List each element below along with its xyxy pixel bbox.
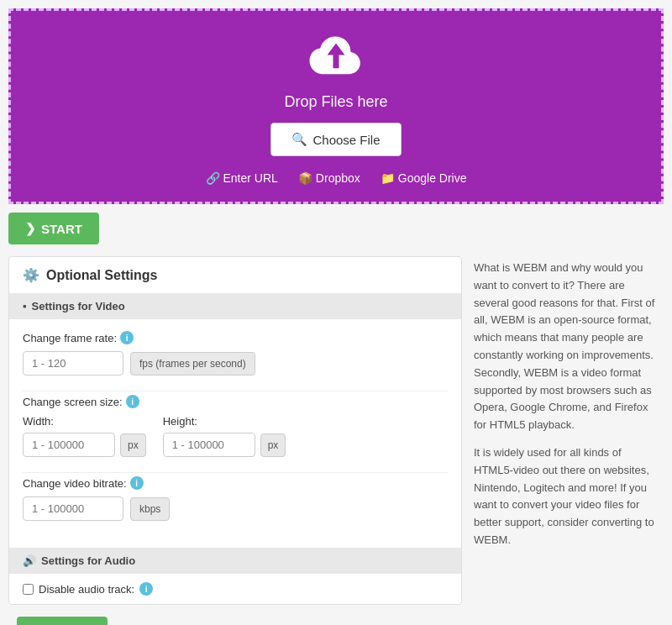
gear-icon: ⚙️ [23,267,39,283]
screen-size-group: Change screen size: i Width: px Height: [23,395,448,457]
video-section-body: Change frame rate: i fps (frames per sec… [9,319,461,548]
dropbox-link[interactable]: 📦 Dropbox [298,171,360,185]
search-icon: 🔍 [291,132,307,147]
choose-file-button[interactable]: 🔍 Choose File [270,123,401,156]
audio-section-header: 🔊 Settings for Audio [9,548,461,574]
choose-file-label: Choose File [312,133,380,147]
bottom-start-container: ❯ START [8,617,664,625]
drop-zone[interactable]: Drop Files here 🔍 Choose File 🔗 Enter UR… [8,8,664,204]
video-icon: ▪️ [23,300,27,312]
bitrate-label: Change video bitrate: i [23,476,448,490]
height-unit: px [260,433,286,457]
disable-audio-row: Disable audio track: i [9,574,461,604]
screen-size-info-icon[interactable]: i [126,395,139,408]
screen-size-label: Change screen size: i [23,395,448,408]
start-button-top[interactable]: ❯ START [8,213,99,244]
chevron-icon: ❯ [25,221,36,236]
height-input-row: px [163,433,286,457]
video-section-header: ▪️ Settings for Video [9,293,461,319]
info-paragraph-1: What is WEBM and why would you want to c… [474,260,660,434]
dropbox-icon: 📦 [298,171,312,185]
bitrate-unit: kbps [130,497,170,521]
width-input[interactable] [23,433,115,457]
file-links-row: 🔗 Enter URL 📦 Dropbox 📁 Google Drive [206,171,467,185]
info-panel: What is WEBM and why would you want to c… [470,256,664,605]
screen-size-row: Width: px Height: px [23,415,448,457]
main-content: ⚙️ Optional Settings ▪️ Settings for Vid… [8,256,664,605]
settings-panel: ⚙️ Optional Settings ▪️ Settings for Vid… [8,256,462,605]
width-input-row: px [23,433,146,457]
bitrate-group: Change video bitrate: i kbps [23,476,448,521]
enter-url-link[interactable]: 🔗 Enter URL [206,171,278,185]
divider-1 [23,391,448,391]
info-paragraph-2: It is widely used for all kinds of HTML5… [474,444,660,549]
disable-audio-checkbox[interactable] [23,584,34,595]
height-input[interactable] [163,433,255,457]
google-drive-link[interactable]: 📁 Google Drive [381,171,467,185]
disable-audio-label: Disable audio track: [39,583,134,596]
width-label: Width: [23,415,146,428]
upload-cloud-icon [307,28,365,87]
frame-rate-unit: fps (frames per second) [130,352,255,376]
width-field: Width: px [23,415,146,457]
divider-2 [23,472,448,473]
frame-rate-input[interactable] [23,351,123,376]
link-icon: 🔗 [206,171,220,185]
height-label: Height: [163,415,286,428]
audio-icon: 🔊 [23,554,36,567]
drop-files-text: Drop Files here [284,93,387,111]
bitrate-info-icon[interactable]: i [130,476,144,490]
height-field: Height: px [163,415,286,457]
start-button-bottom[interactable]: ❯ START [17,617,108,625]
frame-rate-group: Change frame rate: i fps (frames per sec… [23,331,448,376]
bitrate-input[interactable] [23,496,123,521]
drive-icon: 📁 [381,171,395,185]
width-unit: px [120,433,146,457]
bitrate-input-row: kbps [23,496,448,521]
disable-audio-info-icon[interactable]: i [139,582,153,596]
frame-rate-input-row: fps (frames per second) [23,351,448,376]
frame-rate-info-icon[interactable]: i [120,331,134,344]
frame-rate-label: Change frame rate: i [23,331,448,344]
settings-title: ⚙️ Optional Settings [9,257,461,293]
